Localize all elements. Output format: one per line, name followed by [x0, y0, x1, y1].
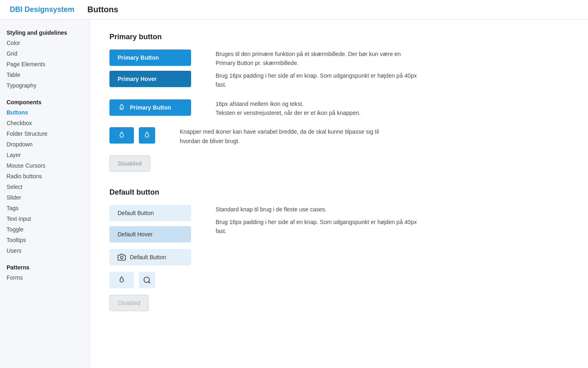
default-desc-1: Standard knap til brug i de fleste use c… — [216, 205, 420, 239]
default-row-3 — [109, 272, 568, 288]
default-section-title: Default button — [109, 188, 568, 197]
sidebar-item-grid[interactable]: Grid — [0, 48, 89, 59]
sidebar-section-components: Components — [0, 96, 89, 107]
primary-hover-label: Primary Hover — [118, 76, 157, 82]
sidebar-item-slider[interactable]: Slider — [0, 192, 89, 203]
sidebar-item-color[interactable]: Color — [0, 38, 89, 48]
svg-point-0 — [120, 256, 123, 259]
primary-icon-only-wide-button[interactable] — [109, 127, 134, 144]
sidebar-item-mouse-cursors[interactable]: Mouse Cursors — [0, 160, 89, 171]
camera-icon — [118, 253, 126, 261]
primary-btn-examples-2: Primary Button — [109, 99, 191, 116]
primary-disabled-label: Disabled — [118, 160, 142, 167]
primary-row-2: Primary Button 16px afstand mellem ikon … — [109, 99, 568, 121]
primary-button-label: Primary Button — [118, 54, 159, 61]
default-button-section: Default button Default Button Default Ho… — [109, 188, 568, 311]
flame-icon-2 — [118, 131, 126, 139]
sidebar-item-toggle[interactable]: Toggle — [0, 224, 89, 235]
sidebar-item-select[interactable]: Select — [0, 182, 89, 192]
flame-icon-3 — [143, 131, 151, 139]
sidebar-item-forms[interactable]: Forms — [0, 272, 89, 283]
sidebar-item-tags[interactable]: Tags — [0, 203, 89, 213]
default-icon-only-group — [109, 272, 155, 288]
search-icon — [143, 276, 151, 284]
page-title: Buttons — [87, 5, 118, 14]
primary-icon-button-label: Primary Button — [130, 104, 171, 111]
default-disabled-button: Disabled — [109, 295, 149, 311]
default-row-2: Default Button — [109, 249, 568, 265]
sidebar-item-layer[interactable]: Layer — [0, 150, 89, 160]
primary-button-section: Primary button Primary Button Primary Ho… — [109, 33, 568, 172]
primary-section-title: Primary button — [109, 33, 568, 41]
sidebar-item-radio-buttons[interactable]: Radio buttons — [0, 171, 89, 182]
sidebar-section-patterns: Patterns — [0, 261, 89, 272]
primary-disabled-row: Disabled — [109, 155, 568, 172]
default-disabled-label: Disabled — [118, 300, 140, 306]
default-btn-examples-2: Default Button — [109, 249, 191, 265]
primary-icon-only-button[interactable] — [139, 127, 155, 144]
primary-icon-button[interactable]: Primary Button — [109, 99, 191, 116]
sidebar-item-tooltips[interactable]: Tooltips — [0, 235, 89, 245]
primary-btn-examples-1: Primary Button Primary Hover — [109, 49, 191, 87]
primary-row-1: Primary Button Primary Hover Bruges til … — [109, 49, 568, 93]
default-button[interactable]: Default Button — [109, 205, 191, 221]
default-icon-only-wide-button[interactable] — [109, 272, 134, 288]
default-btn-examples-1: Default Button Default Hover — [109, 205, 191, 242]
default-button-label: Default Button — [118, 210, 154, 216]
sidebar: Styling and guidelines Color Grid Page E… — [0, 20, 90, 368]
primary-desc-3: Knapper med ikoner kan have variabel bre… — [180, 127, 384, 149]
primary-row-3: Knapper med ikoner kan have variabel bre… — [109, 127, 568, 149]
svg-line-2 — [149, 282, 150, 283]
header: DBI Designsystem Buttons — [0, 0, 588, 20]
logo[interactable]: DBI Designsystem — [10, 5, 74, 14]
sidebar-item-page-elements[interactable]: Page Elements — [0, 59, 89, 70]
primary-hover-button[interactable]: Primary Hover — [109, 71, 191, 87]
main-content: Primary button Primary Button Primary Ho… — [90, 20, 588, 368]
flame-icon — [118, 103, 126, 112]
default-disabled-row: Disabled — [109, 295, 568, 311]
default-icon-button-label: Default Button — [130, 254, 166, 260]
primary-desc-2: 16px afstand mellem ikon og tekst.Tekste… — [216, 99, 361, 121]
sidebar-item-users[interactable]: Users — [0, 245, 89, 256]
primary-desc-1: Bruges til den primære funktion på et sk… — [216, 49, 420, 93]
default-icon-button[interactable]: Default Button — [109, 249, 191, 265]
default-row-1: Default Button Default Hover Standard kn… — [109, 205, 568, 242]
sidebar-item-dropdown[interactable]: Dropdown — [0, 139, 89, 150]
sidebar-item-table[interactable]: Table — [0, 70, 89, 80]
sidebar-item-checkbox[interactable]: Checkbox — [0, 118, 89, 128]
primary-disabled-button: Disabled — [109, 155, 150, 172]
sidebar-item-buttons[interactable]: Buttons — [0, 107, 89, 118]
sidebar-item-typography[interactable]: Typography — [0, 80, 89, 91]
default-hover-label: Default Hover — [118, 231, 153, 238]
primary-icon-only-group — [109, 127, 155, 144]
sidebar-item-text-input[interactable]: Text input — [0, 213, 89, 224]
default-hover-button[interactable]: Default Hover — [109, 226, 191, 242]
flame-icon-default — [118, 276, 126, 284]
sidebar-section-styling: Styling and guidelines — [0, 26, 89, 38]
default-icon-only-button[interactable] — [139, 272, 155, 288]
sidebar-item-folder-structure[interactable]: Folder Structure — [0, 128, 89, 139]
primary-button[interactable]: Primary Button — [109, 49, 191, 66]
